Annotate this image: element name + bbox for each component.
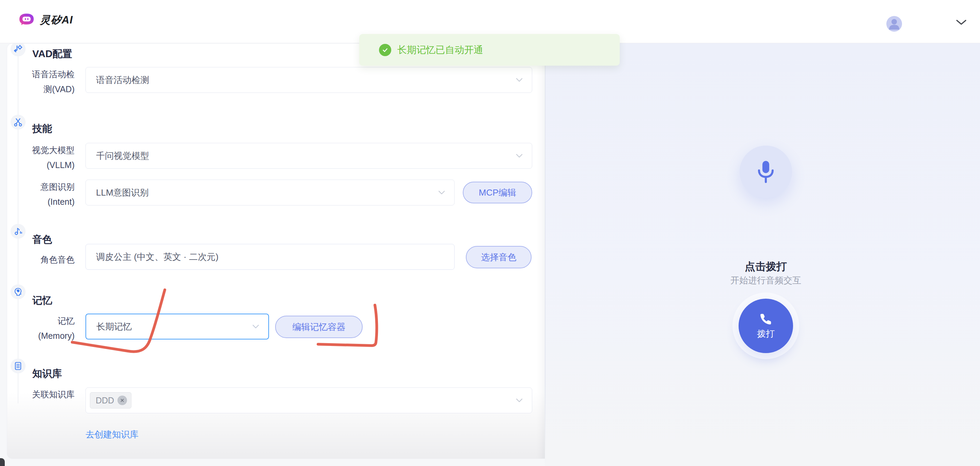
voice-section-icon <box>11 224 25 239</box>
voice-field-label: 角色音色 <box>7 252 75 267</box>
microphone-circle-button[interactable] <box>740 146 792 198</box>
knowledge-tag: DDD <box>90 392 131 409</box>
choose-voice-button[interactable]: 选择音色 <box>466 246 531 268</box>
memory-field-label: 记忆 (Memory) <box>7 313 75 343</box>
memory-section-icon <box>11 284 25 300</box>
vllm-field-label: 视觉大模型 (VLLM) <box>7 143 75 173</box>
music-note-icon <box>14 227 22 236</box>
knowledge-section-title: 知识库 <box>32 367 62 380</box>
vad-gear-arrow-icon <box>14 44 22 53</box>
dial-button[interactable]: 拨打 <box>738 299 793 353</box>
click-to-call-subtitle: 开始进行音频交互 <box>545 274 980 286</box>
app-window: 灵矽AI VAD配置 <box>0 0 980 466</box>
mcp-edit-button[interactable]: MCP编辑 <box>463 182 532 203</box>
knowledge-multiselect[interactable]: DDD <box>86 387 532 413</box>
intent-select[interactable]: LLM意图识别 <box>86 180 455 206</box>
create-knowledge-base-link[interactable]: 去创建知识库 <box>86 429 138 441</box>
click-to-call-title: 点击拨打 <box>545 260 980 274</box>
user-avatar[interactable] <box>886 16 902 32</box>
vad-section-icon <box>11 43 25 57</box>
document-icon <box>14 361 22 371</box>
head-memory-icon <box>14 287 22 296</box>
vad-select[interactable]: 语音活动检测 <box>86 67 532 93</box>
brand-logo[interactable]: 灵矽AI <box>19 13 73 27</box>
knowledge-field-label: 关联知识库 <box>7 387 75 402</box>
person-icon <box>886 16 902 32</box>
call-panel: 点击拨打 开始进行音频交互 拨打 <box>545 43 980 466</box>
memory-select[interactable]: 长期记忆 <box>86 314 269 339</box>
knowledge-section-icon <box>11 358 25 374</box>
chevron-down-icon <box>515 398 523 403</box>
vad-section-title: VAD配置 <box>32 47 72 61</box>
memory-section-title: 记忆 <box>32 294 52 307</box>
brand-chat-robot-icon <box>19 13 34 27</box>
vad-field-label: 语音活动检 测(VAD) <box>7 67 75 97</box>
dial-button-label: 拨打 <box>757 328 775 340</box>
success-toast: 长期记忆已自动开通 <box>359 34 620 66</box>
microphone-icon <box>755 160 777 184</box>
remove-tag-icon[interactable] <box>118 396 127 405</box>
vllm-select[interactable]: 千问视觉模型 <box>86 143 532 169</box>
chevron-down-icon <box>438 190 445 195</box>
brand-name: 灵矽AI <box>40 13 73 27</box>
chevron-down-icon <box>515 154 523 158</box>
scissors-tools-icon <box>14 118 22 127</box>
agent-config-panel: VAD配置 语音活动检 测(VAD) 语音活动检测 技能 视 <box>7 43 545 459</box>
chevron-down-icon <box>515 78 523 82</box>
voice-input[interactable]: 调皮公主 (中文、英文 · 二次元) <box>86 244 455 270</box>
edit-memory-container-button[interactable]: 编辑记忆容器 <box>275 315 363 338</box>
window-corner-shadow <box>0 458 5 466</box>
user-menu-chevron-down-icon[interactable] <box>956 19 967 26</box>
skills-section-icon <box>11 115 25 130</box>
voice-section-title: 音色 <box>32 233 52 247</box>
panel-divider <box>545 43 546 466</box>
phone-icon <box>759 312 773 326</box>
success-check-icon <box>379 44 391 56</box>
toast-message: 长期记忆已自动开通 <box>398 44 483 57</box>
intent-field-label: 意图识别 (Intent) <box>7 179 75 209</box>
skills-section-title: 技能 <box>32 122 52 136</box>
chevron-down-icon <box>252 324 259 329</box>
